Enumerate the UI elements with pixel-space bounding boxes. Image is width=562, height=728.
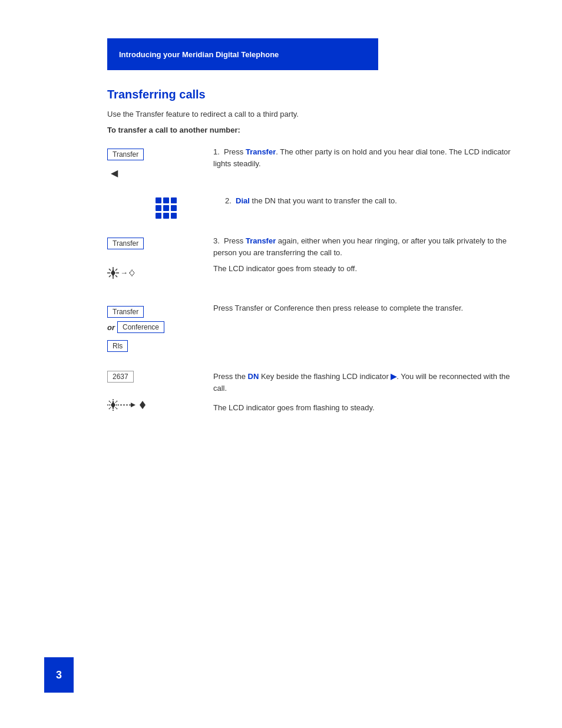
step-1-number: 1. [213, 147, 224, 156]
step-3-visual: Transfer [107, 235, 201, 284]
step-2-number: 2. [225, 196, 236, 205]
keypad-cell [171, 205, 177, 211]
step-1-visual: Transfer ◀ [107, 146, 201, 179]
step-2-row: 2. Dial the DN that you want to transfer… [107, 195, 515, 219]
svg-marker-22 [140, 401, 146, 409]
step-1-text: 1. Press Transfer. The other party is on… [213, 146, 515, 169]
svg-line-4 [109, 269, 111, 271]
header-bar: Introducing your Meridian Digital Teleph… [107, 38, 378, 70]
keypad-cell [156, 213, 161, 219]
keypad-cell [163, 197, 169, 203]
svg-line-6 [109, 275, 111, 277]
header-title: Introducing your Meridian Digital Teleph… [119, 50, 279, 59]
dn-label: DN [248, 372, 259, 381]
step-2-text: 2. Dial the DN that you want to transfer… [225, 195, 515, 207]
svg-marker-10 [130, 270, 134, 276]
step-5-text: Press the DN Key beside the flashing LCD… [213, 368, 515, 394]
step-3-text: 3. Press Transfer again, either when you… [213, 235, 515, 258]
step-3-sub-text: The LCD indicator goes from steady to of… [213, 263, 515, 275]
step-1-row: Transfer ◀ 1. Press Transfer. The other … [107, 146, 515, 179]
keypad-cell [156, 205, 161, 211]
step-4-visual: Transfer or Conference Rls [107, 300, 201, 352]
step-3-text-block: 3. Press Transfer again, either when you… [213, 235, 515, 275]
step-1-transfer-label: Transfer [246, 147, 276, 156]
keypad-icon [156, 197, 177, 219]
svg-line-18 [115, 407, 117, 409]
svg-line-5 [115, 269, 117, 271]
section-title: Transferring calls [107, 88, 515, 101]
step-3-row: Transfer [107, 235, 515, 284]
svg-marker-8 [111, 269, 115, 276]
step-3-number: 3. [213, 236, 224, 245]
dn-2637-button: 2637 [107, 371, 134, 383]
step-2-dial-label: Dial [236, 196, 250, 205]
step-label: To transfer a call to another number: [107, 126, 515, 134]
step-3-transfer-label: Transfer [246, 236, 276, 245]
svg-line-7 [115, 275, 117, 277]
main-content: Transferring calls Use the Transfer feat… [107, 88, 515, 416]
play-icon: ▶ [391, 372, 396, 381]
step-5-row: 2637 [107, 368, 515, 416]
svg-line-17 [109, 407, 111, 409]
step-4-text: Press Transfer or Conference then press … [213, 300, 515, 314]
transfer-or-conference-group: Transfer [107, 306, 144, 318]
keypad-cell [171, 197, 177, 203]
svg-marker-19 [111, 401, 115, 409]
page-number: 3 [56, 669, 62, 681]
transfer-button-3: Transfer [107, 238, 144, 249]
transfer-button-4: Transfer [107, 306, 144, 318]
step-5-sub-text: The LCD indicator goes from flashing to … [213, 400, 515, 414]
keypad-cell [171, 213, 177, 219]
transfer-button-1: Transfer [107, 149, 144, 160]
svg-line-16 [115, 401, 117, 403]
svg-line-15 [109, 401, 111, 403]
svg-marker-21 [131, 403, 135, 407]
keypad-cell [163, 213, 169, 219]
lcd-flashing-to-steady-icon [107, 394, 148, 416]
intro-text: Use the Transfer feature to redirect a c… [107, 110, 515, 118]
keypad-cell [156, 197, 161, 203]
step-4-row: Transfer or Conference Rls Press Transfe… [107, 300, 515, 352]
step-2-visual [119, 195, 213, 219]
keypad-cell [163, 205, 169, 211]
arrow-left-icon: ◀ [111, 168, 118, 178]
page-number-tab: 3 [44, 657, 74, 693]
step-1-text-pre: Press [224, 147, 246, 156]
svg-text:→: → [120, 268, 128, 277]
lcd-steady-to-off-icon: → [107, 262, 137, 284]
step-2-text-post: the DN that you want to transfer the cal… [250, 196, 397, 205]
rls-button: Rls [107, 340, 128, 352]
or-label: or [107, 323, 115, 332]
step-5-visual: 2637 [107, 368, 201, 416]
step-5-text-block: Press the DN Key beside the flashing LCD… [213, 368, 515, 414]
conference-button: Conference [117, 321, 164, 333]
step-3-text-pre: Press [224, 236, 246, 245]
